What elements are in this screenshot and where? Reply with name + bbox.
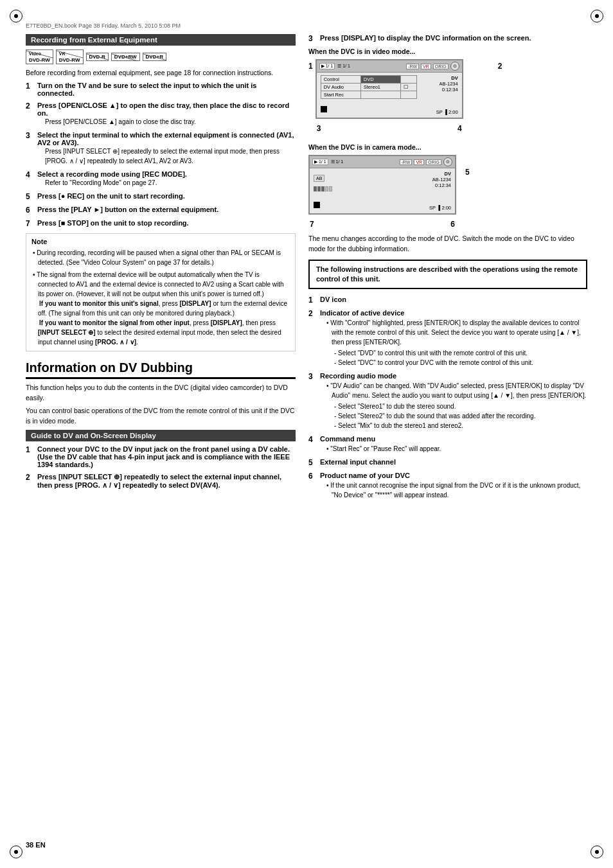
step-7: 7 Press [■ STOP] on the unit to stop rec… <box>26 219 296 228</box>
cam-dv-info: DV AB-1234 0:12:34 <box>432 171 451 188</box>
screen-labels-34: 3 4 <box>315 124 463 133</box>
left-column: Recording from External Equipment VideoD… <box>26 34 296 504</box>
step-3: 3 Select the input terminal to which the… <box>26 131 296 166</box>
step-2-sub: Press [OPEN/CLOSE ▲] again to close the … <box>45 117 296 127</box>
guide-dv-header: Guide to DV and On-Screen Display <box>26 430 296 441</box>
cam-tape-indicator <box>314 186 332 191</box>
cam-channel: AB <box>314 175 324 182</box>
step-4-body: Refer to "Recording Mode" on page 27. <box>45 178 296 188</box>
note-title: Note <box>31 238 290 245</box>
step-5-title: Press [● REC] on the unit to start recor… <box>37 192 185 200</box>
guide-step-1: 1 Connect your DVC to the DV input jack … <box>26 445 296 468</box>
note-item-1: During recording, recording will be paus… <box>31 248 290 267</box>
right-item-3-num: 3 <box>308 372 316 430</box>
step-6-title: Press the [PLAY ►] button on the externa… <box>37 206 218 213</box>
cam-screen-body: DV AB-1234 0:12:34 AB <box>310 168 455 213</box>
cam-screen-topbar: ▶ 1/ 1 ☰ 1/ 1 -RW VR ORIG ⊙ <box>310 156 455 168</box>
guide-step-2-title: Press [INPUT SELECT ⊕] repeatedly to sel… <box>37 473 281 489</box>
cam-screen-mode-indicators: -RW VR ORIG ⊙ <box>400 157 453 166</box>
video-mode-label: When the DVC is in video mode... <box>308 48 587 55</box>
step-5: 5 Press [● REC] on the unit to start rec… <box>26 192 296 201</box>
right-item-5-title: External input channel <box>320 458 396 466</box>
step-4: 4 Select a recording mode using [REC MOD… <box>26 170 296 188</box>
step-2-title: Press [OPEN/CLOSE ▲] to open the disc tr… <box>37 102 289 117</box>
step-1-num: 1 <box>26 82 33 97</box>
cam-stop-icon <box>314 202 320 208</box>
step-7-num: 7 <box>26 219 33 228</box>
screen-topbar-left: ▶ 1/ 1 ☰ 1/ 1 <box>319 63 350 69</box>
right-item-6-bullets: If the unit cannot recognise the input s… <box>325 481 587 500</box>
format-icon-vr-dvdrw: VRDVD-RW <box>56 49 84 64</box>
screen-row-2: DV Audio Stereo1 ☐ <box>321 84 416 91</box>
right-item-1: 1 DV icon <box>308 296 587 305</box>
right-column: 3 Press [DISPLAY] to display the DVC inf… <box>308 34 587 504</box>
right-item-6: 6 Product name of your DVC If the unit c… <box>308 472 587 500</box>
numbered-items-list: 1 DV icon 2 Indicator of active device W… <box>308 296 587 500</box>
step-4-num: 4 <box>26 170 33 188</box>
right-item-2-num: 2 <box>308 309 316 368</box>
right-item-4-bullets: "Start Rec" or "Pause Rec" will appear. <box>325 444 587 454</box>
right-item-1-num: 1 <box>308 296 316 305</box>
mode-change-text: The menu changes according to the mode o… <box>308 234 587 254</box>
right-step-3: 3 Press [DISPLAY] to display the DVC inf… <box>308 34 587 43</box>
cam-sp-time: SP ▐ 2:00 <box>429 205 451 211</box>
right-item-4: 4 Command menu "Start Rec" or "Pause Rec… <box>308 435 587 454</box>
camera-mode-label: When the DVC is in camera mode... <box>308 143 587 151</box>
right-item-4-title: Command menu <box>320 435 375 443</box>
right-item-3-title: Recording audio mode <box>320 372 396 380</box>
right-item-2-bullets: With "Control" highlighted, press [ENTER… <box>325 318 587 347</box>
right-item-6-title: Product name of your DVC <box>320 472 410 479</box>
guide-step-1-title: Connect your DVC to the DV input jack on… <box>37 445 290 468</box>
step-6: 6 Press the [PLAY ►] button on the exter… <box>26 206 296 215</box>
camera-mode-screen: ▶ 1/ 1 ☰ 1/ 1 -RW VR ORIG ⊙ <box>308 155 456 215</box>
guide-step-1-num: 1 <box>26 445 33 468</box>
right-item-3-bullets: "DV Audio" can be changed. With "DV Audi… <box>325 381 587 400</box>
right-item-5-num: 5 <box>308 458 316 467</box>
screen-row-1: Control DVD <box>321 76 416 84</box>
label-4: 4 <box>458 124 462 133</box>
dv-dubbing-title: Information on DV Dubbing <box>26 360 296 379</box>
right-item-4-num: 4 <box>308 435 316 454</box>
screen-info-table: Control DVD DV Audio Stereo1 ☐ <box>321 75 417 99</box>
format-icons-row: VideoDVD-RW VRDVD-RW DVD-R DVD+RW DVD+R <box>26 49 296 64</box>
right-step-3-num: 3 <box>308 34 316 43</box>
instruction-box: The following instructions are described… <box>308 260 587 290</box>
guide-step-2-num: 2 <box>26 473 33 490</box>
screen-topbar: ▶ 1/ 1 ☰ 1/ 1 -RW VR ORIG ⊙ <box>317 60 462 73</box>
format-icon-video-dvdrw: VideoDVD-RW <box>26 49 53 64</box>
recording-section-header: Recording from External Equipment <box>26 34 296 46</box>
video-mode-screen-area: 1 ▶ 1/ 1 ☰ 1/ 1 -RW VR <box>308 59 587 133</box>
step-6-num: 6 <box>26 206 33 215</box>
note-item-2: • The signal from the external device wi… <box>31 270 290 347</box>
step-2: 2 Press [OPEN/CLOSE ▲] to open the disc … <box>26 102 296 127</box>
format-icon-dvdr: DVD-R <box>86 53 109 62</box>
right-item-3: 3 Recording audio mode "DV Audio" can be… <box>308 372 587 430</box>
label-1: 1 <box>308 59 313 71</box>
camera-mode-screen-area: ▶ 1/ 1 ☰ 1/ 1 -RW VR ORIG ⊙ <box>308 155 587 229</box>
cam-screen-topbar-left: ▶ 1/ 1 ☰ 1/ 1 <box>312 159 343 165</box>
right-step-3-title: Press [DISPLAY] to display the DVC infor… <box>320 34 531 42</box>
cam-screen-labels: 7 6 <box>308 220 456 229</box>
screen-mode-indicators: -RW VR ORIG ⊙ <box>406 62 459 71</box>
label-7: 7 <box>310 220 314 229</box>
step-5-num: 5 <box>26 192 33 201</box>
screen-sp-time: SP ▐ 2:00 <box>436 109 458 115</box>
video-mode-screen: ▶ 1/ 1 ☰ 1/ 1 -RW VR ORIG ⊙ <box>315 59 463 119</box>
label-2: 2 <box>498 59 502 71</box>
format-icon-dvdprw: DVD+RW <box>111 53 140 62</box>
stop-icon <box>321 106 327 112</box>
recording-intro: Before recording from external equipment… <box>26 68 296 78</box>
right-item-3-dashes: Select "Stereo1" to dub the stereo sound… <box>325 402 587 430</box>
right-item-2-title: Indicator of active device <box>320 309 404 317</box>
label-5: 5 <box>465 155 470 177</box>
step-4-title: Select a recording mode using [REC MODE]… <box>37 170 187 178</box>
step-7-title: Press [■ STOP] on the unit to stop recor… <box>37 219 189 227</box>
guide-step-2: 2 Press [INPUT SELECT ⊕] repeatedly to s… <box>26 473 296 490</box>
step-3-title: Select the input terminal to which the e… <box>37 131 294 146</box>
step-3-body: Press [INPUT SELECT ⊕] repeatedly to sel… <box>45 146 296 166</box>
note-box: Note During recording, recording will be… <box>26 233 296 351</box>
label-6: 6 <box>450 220 455 229</box>
right-item-2: 2 Indicator of active device With "Contr… <box>308 309 587 368</box>
right-item-1-title: DV icon <box>320 296 346 303</box>
step-1: 1 Turn on the TV and be sure to select t… <box>26 82 296 97</box>
